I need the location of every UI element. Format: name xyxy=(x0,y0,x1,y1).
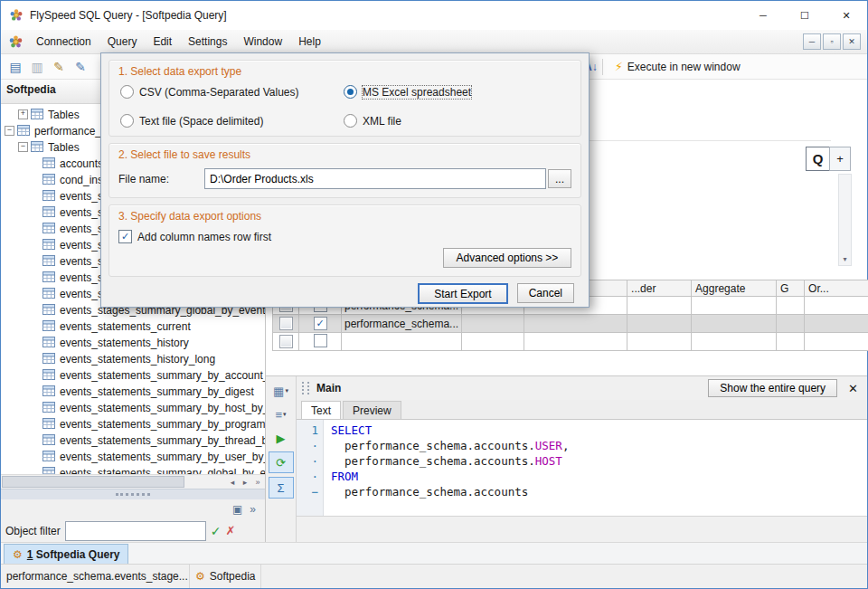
list-view-icon[interactable]: ≡▾ xyxy=(269,404,293,424)
scroll-right-icon[interactable]: ▸ xyxy=(239,478,251,487)
grid-cell[interactable] xyxy=(524,315,627,333)
drag-grip-icon[interactable] xyxy=(302,382,309,394)
output-checkbox[interactable]: ✓ xyxy=(314,317,327,330)
row-expand-button[interactable] xyxy=(279,317,293,330)
canvas-vertical-scrollbar[interactable]: ▾ xyxy=(838,174,852,266)
add-object-button[interactable]: + xyxy=(829,147,851,171)
advanced-options-button[interactable]: Advanced options >> xyxy=(443,248,571,268)
splitter-handle[interactable] xyxy=(1,489,265,499)
sql-line[interactable]: performance_schema.accounts.USER, xyxy=(331,438,569,453)
grid-cell[interactable] xyxy=(627,297,692,315)
grid-cell[interactable] xyxy=(524,333,627,351)
tab-preview[interactable]: Preview xyxy=(343,401,401,419)
run-query-icon[interactable]: ▶ xyxy=(269,428,293,448)
start-export-button[interactable]: Start Export xyxy=(418,283,507,304)
apply-filter-icon[interactable]: ✓ xyxy=(211,524,222,538)
open-query-icon[interactable]: ▥ xyxy=(27,57,47,77)
menu-connection[interactable]: Connection xyxy=(28,32,99,52)
grid-cell-expression[interactable]: performance_schema... xyxy=(342,315,462,333)
grid-row[interactable] xyxy=(273,333,868,351)
grid-cell[interactable] xyxy=(692,297,777,315)
minimize-icon[interactable]: ─ xyxy=(742,1,784,30)
menu-edit[interactable]: Edit xyxy=(145,32,180,52)
output-checkbox[interactable] xyxy=(314,334,327,347)
radio-ms-excel-spreadsheet[interactable]: MS Excel spreadsheet xyxy=(344,85,571,99)
grid-cell[interactable] xyxy=(777,315,805,333)
mdi-restore-icon[interactable]: ▫ xyxy=(823,33,841,50)
add-column-names-option[interactable]: ✓ Add column names row first xyxy=(118,230,571,243)
mdi-minimize-icon[interactable]: ─ xyxy=(803,33,821,50)
sql-line[interactable]: performance_schema.accounts.HOST xyxy=(331,453,569,469)
diagram-view-icon[interactable]: ▦▾ xyxy=(269,381,293,401)
grid-cell[interactable] xyxy=(462,315,524,333)
row-expand-button[interactable] xyxy=(279,335,293,348)
tree-item-events-statements-summary-by-account-by-event-name[interactable]: events_statements_summary_by_account_by_… xyxy=(1,366,265,383)
sql-editor[interactable]: 1···− SELECT performance_schema.accounts… xyxy=(297,420,867,517)
execute-in-new-window-button[interactable]: ⚡ Execute in new window xyxy=(608,57,748,76)
menu-settings[interactable]: Settings xyxy=(180,32,235,52)
radio-xml-file[interactable]: XML file xyxy=(344,114,571,128)
sql-text[interactable]: SELECT performance_schema.accounts.USER,… xyxy=(324,420,569,516)
grid-cell[interactable] xyxy=(627,315,692,333)
tab-text[interactable]: Text xyxy=(301,401,341,419)
scroll-left-icon[interactable]: ◂ xyxy=(226,478,239,487)
tree-item-events-statements-summary-by-digest[interactable]: events_statements_summary_by_digest xyxy=(1,383,265,399)
grid-cell[interactable] xyxy=(805,315,868,333)
grid-cell[interactable] xyxy=(805,333,868,351)
cancel-button[interactable]: Cancel xyxy=(517,283,574,303)
tree-item-events-statements-history[interactable]: events_statements_history xyxy=(1,334,265,350)
scroll-down-icon[interactable]: ▾ xyxy=(839,253,851,265)
menu-help[interactable]: Help xyxy=(290,32,329,52)
tree-item-events-statements-summary-global-by-event-name[interactable]: events_statements_summary_global_by_even… xyxy=(1,464,265,474)
tree-item-events-statements-current[interactable]: events_statements_current xyxy=(1,318,265,334)
sql-line[interactable]: SELECT xyxy=(331,423,569,438)
expand-icon[interactable]: + xyxy=(18,109,28,119)
grid-column-header[interactable]: G xyxy=(777,280,805,297)
design-query-icon[interactable]: ✎ xyxy=(71,57,90,77)
grid-cell[interactable] xyxy=(805,297,868,315)
menu-window[interactable]: Window xyxy=(235,32,290,52)
grid-row[interactable]: ✓performance_schema... xyxy=(273,315,868,333)
grid-column-header[interactable]: Or... xyxy=(805,280,868,297)
close-panel-icon[interactable]: ✕ xyxy=(844,382,862,395)
grid-cell[interactable] xyxy=(692,333,777,351)
file-name-input[interactable] xyxy=(204,168,546,189)
close-icon[interactable]: ✕ xyxy=(826,1,867,30)
new-connection-icon[interactable]: ▤ xyxy=(5,57,25,77)
refresh-icon[interactable]: ⟳ xyxy=(269,451,294,473)
scrollbar-thumb[interactable] xyxy=(2,476,184,488)
grid-column-header[interactable]: Aggregate xyxy=(692,280,777,297)
tree-item-events-statements-summary-by-user-by-event-name[interactable]: events_statements_summary_by_user_by_eve… xyxy=(1,448,265,464)
tree-item-events-statements-summary-by-program[interactable]: events_statements_summary_by_program xyxy=(1,415,265,432)
tab-softpedia-query[interactable]: ⚙ 1 Softpedia Query xyxy=(4,544,128,564)
object-filter-input[interactable] xyxy=(65,521,206,541)
maximize-icon[interactable]: ☐ xyxy=(784,1,826,30)
radio-csv-comma-separated-values[interactable]: CSV (Comma-Separated Values) xyxy=(120,85,344,99)
totals-icon[interactable]: Σ xyxy=(269,477,294,499)
grid-cell[interactable] xyxy=(777,297,805,315)
grid-column-header[interactable]: ...der xyxy=(627,280,692,297)
tree-item-events-statements-history-long[interactable]: events_statements_history_long xyxy=(1,350,265,366)
grid-cell[interactable] xyxy=(692,315,777,333)
clear-filter-icon[interactable]: ✗ xyxy=(225,524,235,537)
scroll-more-icon[interactable]: » xyxy=(251,478,264,487)
grid-cell-expression[interactable] xyxy=(342,333,462,351)
menu-query[interactable]: Query xyxy=(99,32,146,52)
edit-query-icon[interactable]: ✎ xyxy=(49,57,69,77)
chevrons-icon[interactable]: » xyxy=(250,503,256,516)
tree-item-events-statements-summary-by-thread-by-event-name[interactable]: events_statements_summary_by_thread_by_e… xyxy=(1,432,265,448)
zoom-button[interactable]: Q xyxy=(806,147,830,171)
grid-cell[interactable] xyxy=(627,333,692,351)
tree-horizontal-scrollbar[interactable]: ◂ ▸ » xyxy=(1,474,265,489)
grid-cell[interactable] xyxy=(777,333,805,351)
radio-text-file-space-delimited[interactable]: Text file (Space delimited) xyxy=(120,114,344,128)
tree-item-events-statements-summary-by-host-by-event-name[interactable]: events_statements_summary_by_host_by_eve… xyxy=(1,399,265,415)
browse-button[interactable]: ... xyxy=(548,169,571,188)
sql-line[interactable]: performance_schema.accounts xyxy=(331,484,569,499)
sql-line[interactable]: FROM xyxy=(331,469,569,484)
collapse-icon[interactable]: − xyxy=(5,126,14,136)
checkbox-icon[interactable]: ✓ xyxy=(118,230,132,243)
copy-icon[interactable]: ▣ xyxy=(232,503,242,516)
mdi-close-icon[interactable]: ✕ xyxy=(843,33,861,50)
collapse-icon[interactable]: − xyxy=(18,142,28,152)
